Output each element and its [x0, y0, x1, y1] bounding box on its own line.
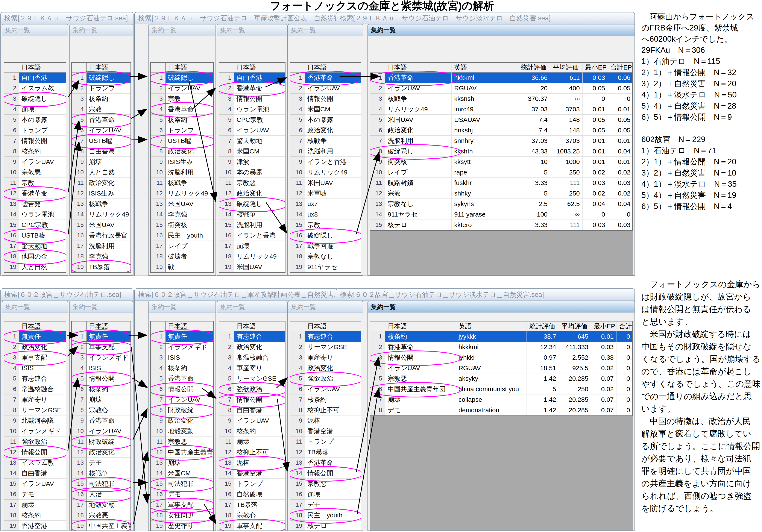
list-item[interactable]: 17崩壊 [4, 499, 66, 510]
list-item[interactable]: 13核戦争 [72, 199, 130, 209]
list-item[interactable]: 18民主 youth [290, 510, 361, 521]
list-item[interactable]: 7核戦争 [290, 136, 361, 146]
list-item[interactable]: 18宗教心 [219, 510, 285, 521]
list-item[interactable]: 10香港空港 [290, 426, 361, 436]
list-item[interactable]: 4軍産寄り [219, 363, 285, 373]
list-item[interactable]: 14リムリック49 [72, 209, 130, 220]
list-item[interactable]: 15トランプ [219, 479, 285, 489]
list-item[interactable]: 12政治変化 [219, 188, 285, 199]
list-item[interactable]: 6強欲政治 [219, 384, 285, 395]
list-item[interactable]: 17地殻変動 [72, 499, 130, 510]
list-item[interactable]: 18女性問題 [151, 510, 213, 521]
panel-header[interactable]: 集約一覧 [288, 25, 363, 36]
list-item[interactable]: 15司法犯罪 [151, 479, 213, 489]
column-header[interactable]: 平均評価 [559, 322, 591, 331]
list-item[interactable]: 2政治変化 [219, 342, 285, 352]
list-item[interactable]: 2イランメギド [151, 342, 213, 352]
list-item[interactable]: 1有志連合 [290, 331, 361, 342]
list-item[interactable]: 13香港革命 [290, 458, 361, 468]
list-item[interactable]: 10イランUAV [72, 426, 130, 436]
list-item[interactable]: 1無責任 [72, 331, 130, 342]
column-header[interactable]: 最小EP [582, 63, 608, 73]
list-item[interactable]: 13イスラム教 [4, 458, 66, 468]
list-item[interactable]: 1破綻隠し [72, 73, 130, 83]
list-item[interactable]: 4崩壊 [4, 104, 66, 114]
list-item[interactable]: 6イランUAV [72, 125, 130, 136]
panel-header[interactable]: 集約一覧 [368, 301, 635, 313]
table-row[interactable]: 12宗教shhky52500.020.02 [370, 188, 632, 199]
list-item[interactable]: 11財政破綻 [72, 436, 130, 447]
japanese-column-header[interactable]: 日本語 [305, 322, 361, 331]
list-item[interactable]: 3イランメギド [72, 352, 130, 363]
list-item[interactable]: 10宗教悪 [4, 167, 66, 178]
list-item[interactable]: 12リムリック49 [151, 188, 213, 199]
column-header[interactable]: 最小EP [591, 322, 616, 331]
list-item[interactable]: 15CPC宗教 [4, 220, 66, 230]
list-item[interactable]: 16デモ [151, 489, 213, 499]
list-item[interactable]: 13泥棒 [219, 458, 285, 468]
list-item[interactable]: 19軍事支配 [219, 521, 285, 531]
column-header[interactable]: 英語 [452, 63, 518, 73]
column-header[interactable]: 統計評価 [527, 322, 559, 331]
list-item[interactable]: 6政治変化 [290, 125, 361, 136]
list-item[interactable]: 14ウラン電池 [4, 209, 66, 220]
column-header[interactable]: 日本語 [385, 322, 456, 331]
list-item[interactable]: 18他国の金 [4, 251, 66, 262]
list-item[interactable]: 16USTB嘘 [4, 230, 66, 241]
table-row[interactable]: 4イランUAVRGUAV18.51925.50.020.02 [370, 363, 632, 373]
list-item[interactable]: 8自由香港 [72, 146, 130, 157]
list-item[interactable]: 3核条約 [72, 94, 130, 104]
list-item[interactable]: 9北戴河会議 [4, 416, 66, 426]
list-item[interactable]: 17軍事支配 [151, 499, 213, 510]
list-item[interactable]: 12TB暴落 [290, 447, 361, 458]
panel-header[interactable]: 集約一覧 [288, 301, 363, 313]
list-item[interactable]: 18リムリック49 [219, 251, 285, 262]
list-item[interactable]: 9イランUAV [4, 157, 66, 167]
list-item[interactable]: 5核条約 [151, 114, 213, 125]
list-item[interactable]: 2政治変化 [4, 342, 66, 352]
list-item[interactable]: 4政治変化 [290, 363, 361, 373]
japanese-column-header[interactable]: 日本語 [305, 63, 361, 73]
table-row[interactable]: 8破綻隠しkkshtn43.331083.250.010.04 [370, 146, 632, 157]
list-item[interactable]: 6情報公開 [151, 384, 213, 395]
list-item[interactable]: 5本の暴露 [4, 114, 66, 125]
list-item[interactable]: 4香港革命 [151, 104, 213, 114]
table-row[interactable]: 8デモdemonstration1.4220.2850.070.07 [370, 405, 632, 416]
table-row[interactable]: 6中国共産主義青年団china communist you52500.020.0… [370, 384, 632, 395]
list-item[interactable]: 8洗脳利用 [290, 146, 361, 157]
list-item[interactable]: 6核条約 [72, 384, 130, 395]
list-item[interactable]: 14核戦争 [72, 468, 130, 479]
window-titlebar[interactable]: 検索[２９ＦＫＡｕ＿サウジ石油テロ＿軍産攻撃計画公表＿自然災害.sea] [135, 13, 338, 24]
panel-header[interactable]: 集約一覧 [217, 301, 287, 313]
list-item[interactable]: 15洗脳利用 [219, 220, 285, 230]
japanese-column-header[interactable]: 日本語 [87, 322, 130, 331]
list-item[interactable]: 7崩壊 [72, 395, 130, 405]
panel-header[interactable]: 集約一覧 [149, 25, 215, 36]
list-item[interactable]: 15宗教悪 [290, 479, 361, 489]
table-row[interactable]: 2香港革命hkkkmi12.34411.3330.030.03 [370, 342, 632, 352]
list-item[interactable]: 4米国CM [290, 104, 361, 114]
table-row[interactable]: 7洗脳利用snnhry37.0337030.010.01 [370, 136, 632, 146]
list-item[interactable]: 11政治変化 [72, 178, 130, 188]
list-item[interactable]: 1自由香港 [4, 73, 66, 83]
list-item[interactable]: 1自由香港 [219, 73, 285, 83]
column-header[interactable]: 統計評価 [518, 63, 550, 73]
table-row[interactable]: 14911ヤラセ911 yarase100∞00 [370, 209, 632, 220]
list-item[interactable]: 10本の暴露 [219, 167, 285, 178]
list-item[interactable]: 10地殻変動 [151, 426, 213, 436]
list-item[interactable]: 18宗教悪 [72, 510, 130, 521]
japanese-column-header[interactable]: 日本語 [19, 63, 66, 73]
list-item[interactable]: 9イランと香港 [290, 157, 361, 167]
list-item[interactable]: 16デモ [4, 489, 66, 499]
table-row[interactable]: 15核テロkktero3.331110.030.03 [370, 220, 632, 230]
panel-header[interactable]: 集約一覧 [368, 25, 635, 36]
panel-header[interactable]: 集約一覧 [217, 25, 287, 36]
list-item[interactable]: 13崩壊 [151, 458, 213, 468]
list-item[interactable]: 18破壊者 [151, 251, 213, 262]
list-item[interactable]: 5リーマンGSE [219, 373, 285, 384]
table-row[interactable]: 9衝突核kksytt1010000.010.01 [370, 157, 632, 167]
list-item[interactable]: 17驚天動地 [4, 241, 66, 251]
list-item[interactable]: 12米軍嘘 [290, 188, 361, 199]
table-row[interactable]: 2イランUAVRGUAV204000.050.05 [370, 83, 632, 94]
list-item[interactable]: 8核抑止不可 [290, 405, 361, 416]
